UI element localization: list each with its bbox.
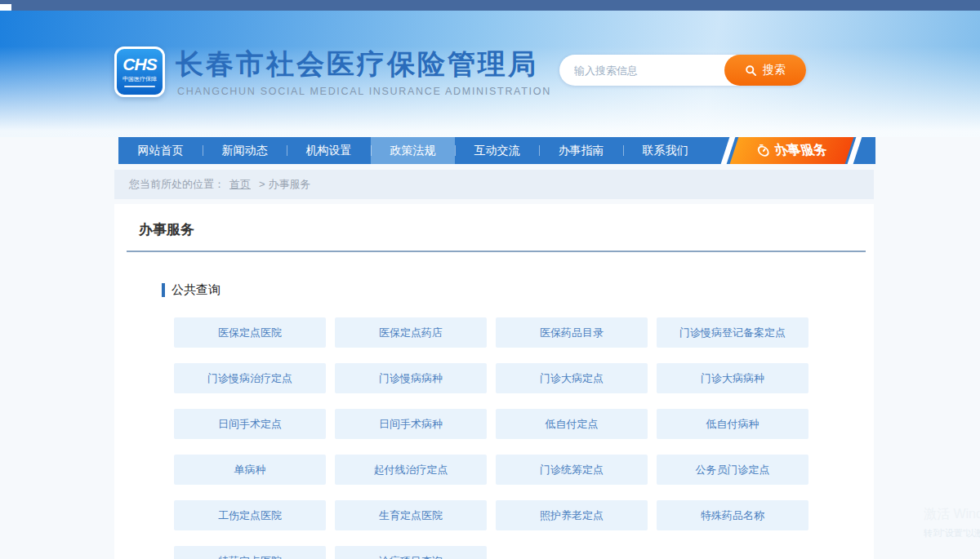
breadcrumb: 您当前所处的位置：首页>办事服务 bbox=[114, 170, 874, 199]
section-accent-bar bbox=[162, 283, 165, 297]
nav-item[interactable]: 新闻动态 bbox=[203, 137, 287, 164]
nav-item[interactable]: 互动交流 bbox=[455, 137, 539, 164]
services-grid: 医保定点医院医保定点药店医保药品目录门诊慢病登记备案定点门诊慢病治疗定点门诊慢病… bbox=[174, 317, 808, 559]
nav-item[interactable]: 办事指南 bbox=[539, 137, 623, 164]
service-button[interactable]: 日间手术定点 bbox=[174, 409, 326, 439]
watermark-line1: 激活 Windows bbox=[924, 506, 980, 523]
search-icon bbox=[745, 64, 757, 77]
logo-acronym: CHS bbox=[117, 55, 163, 74]
service-button[interactable]: 起付线治疗定点 bbox=[335, 455, 487, 485]
service-button[interactable]: 工伤定点医院 bbox=[174, 500, 326, 530]
service-button[interactable]: 门诊大病定点 bbox=[496, 363, 648, 393]
service-button[interactable]: 低自付定点 bbox=[496, 409, 648, 439]
cta-content: 办事服务 bbox=[707, 137, 875, 164]
nav-menu: 网站首页新闻动态机构设置政策法规互动交流办事指南联系我们办事服务 bbox=[118, 137, 875, 164]
service-button[interactable]: 门诊大病病种 bbox=[657, 363, 808, 393]
service-button[interactable]: 特药定点医院 bbox=[174, 546, 326, 559]
service-button[interactable]: 门诊慢病病种 bbox=[335, 363, 487, 393]
service-button[interactable]: 日间手术病种 bbox=[335, 409, 487, 439]
clock-icon bbox=[754, 144, 773, 157]
service-button[interactable]: 门诊慢病治疗定点 bbox=[174, 363, 326, 393]
site-title: 长春市社会医疗保险管理局 bbox=[176, 46, 538, 83]
search-bar: 搜索 bbox=[559, 55, 806, 86]
top-bar bbox=[0, 0, 980, 11]
service-button[interactable]: 医保药品目录 bbox=[496, 317, 648, 348]
breadcrumb-home-link[interactable]: 首页 bbox=[229, 178, 251, 190]
service-button[interactable]: 门诊慢病登记备案定点 bbox=[657, 317, 808, 348]
windows-activation-watermark: 激活 Windows 转到“设置”以激活 Windows。 bbox=[924, 506, 980, 539]
service-button[interactable]: 生育定点医院 bbox=[335, 500, 487, 530]
content-panel: 办事服务 公共查询 医保定点医院医保定点药店医保药品目录门诊慢病登记备案定点门诊… bbox=[114, 204, 874, 559]
nav-item[interactable]: 网站首页 bbox=[118, 137, 203, 164]
watermark-line2: 转到“设置”以激活 Windows。 bbox=[924, 527, 980, 539]
page-title: 办事服务 bbox=[139, 220, 194, 239]
nav-item[interactable]: 联系我们 bbox=[623, 137, 707, 164]
nav-cta-services[interactable]: 办事服务 bbox=[707, 137, 875, 164]
breadcrumb-current: 办事服务 bbox=[269, 178, 311, 190]
section-header: 公共查询 bbox=[162, 282, 220, 298]
search-button-label: 搜索 bbox=[763, 63, 786, 78]
site-subtitle: CHANGCHUN SOCIAL MEDICAL INSURANCE ADMIN… bbox=[177, 86, 551, 97]
search-button[interactable]: 搜索 bbox=[724, 55, 806, 86]
service-button[interactable]: 诊疗项目查询 bbox=[335, 546, 487, 559]
cta-label: 办事服务 bbox=[772, 142, 830, 159]
breadcrumb-separator: > bbox=[259, 178, 265, 190]
title-divider bbox=[127, 251, 866, 252]
service-button[interactable]: 医保定点医院 bbox=[174, 317, 326, 348]
section-title: 公共查询 bbox=[172, 282, 220, 298]
service-button[interactable]: 低自付病种 bbox=[657, 409, 808, 439]
nav-item[interactable]: 政策法规 bbox=[371, 137, 455, 164]
breadcrumb-prefix: 您当前所处的位置： bbox=[129, 178, 225, 190]
service-button[interactable]: 公务员门诊定点 bbox=[657, 455, 808, 485]
logo-caption: 中国医疗保障 bbox=[117, 75, 163, 83]
site-logo: CHS 中国医疗保障 bbox=[114, 47, 165, 97]
service-button[interactable]: 单病种 bbox=[174, 455, 326, 485]
service-button[interactable]: 医保定点药店 bbox=[335, 317, 487, 348]
service-button[interactable]: 照护养老定点 bbox=[496, 500, 648, 530]
logo-tagline-line bbox=[124, 86, 155, 87]
service-button[interactable]: 特殊药品名称 bbox=[657, 500, 808, 530]
site-header: CHS 中国医疗保障 长春市社会医疗保险管理局 CHANGCHUN SOCIAL… bbox=[0, 11, 980, 137]
nav-item[interactable]: 机构设置 bbox=[287, 137, 371, 164]
service-button[interactable]: 门诊统筹定点 bbox=[496, 455, 648, 485]
